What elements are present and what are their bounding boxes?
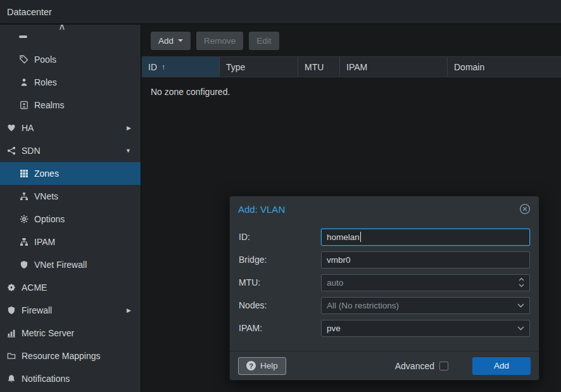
certificate-icon [6,282,16,293]
submit-add-label: Add [494,361,509,370]
sidebar-item-firewall[interactable]: Firewall ▶ [0,299,141,322]
sidebar-item-notifications[interactable]: Notifications [0,367,141,390]
field-row-nodes: Nodes: All (No restrictions) [239,294,530,317]
zones-toolbar: Add Remove Edit [142,25,561,56]
sidebar-item-zones[interactable]: Zones [0,162,141,185]
remove-button-label: Remove [204,36,236,46]
sidebar-item-metric-server[interactable]: Metric Server [0,322,141,345]
gear-icon [19,214,29,224]
dialog-footer: ? Help Advanced Add [230,351,539,380]
shield-icon [6,305,16,315]
sidebar-item-label: Options [34,214,65,224]
id-input[interactable]: homelan [321,229,530,246]
column-header-ipam[interactable]: IPAM [340,57,448,77]
help-button[interactable]: ? Help [238,357,286,375]
bridge-input[interactable]: vmbr0 [321,251,530,269]
sidebar-item-ha[interactable]: HA ▶ [0,117,141,139]
sidebar: ∧ Pools Roles Realms HA ▶ SDN ▼ [0,25,141,392]
spin-up-icon [519,277,524,281]
submit-add-button[interactable]: Add [472,357,531,375]
empty-table-message: No zone configured. [142,77,561,97]
column-header-domain[interactable]: Domain [448,57,561,77]
dropdown-caret-icon [178,39,183,42]
zones-table-header: ID ↑ Type MTU IPAM Domain [142,56,561,77]
field-row-id: ID: homelan [239,225,530,248]
folder-icon [6,351,16,361]
network-nodes-icon [6,146,16,156]
dialog-header[interactable]: Add: VLAN [230,196,539,222]
mtu-value: auto [327,278,343,288]
field-row-ipam: IPAM: pve [239,317,530,339]
help-button-label: Help [260,361,278,370]
bar-chart-icon [6,328,16,338]
sidebar-item-label: Pools [34,54,56,65]
sidebar-item-label: Metric Server [22,328,74,338]
sidebar-item-label: IPAM [34,237,55,247]
ipam-value: pve [327,324,341,333]
add-button-label: Add [158,36,173,46]
sort-ascending-icon: ↑ [161,63,165,72]
question-circle-icon: ? [246,361,256,370]
dialog-title: Add: VLAN [238,204,285,215]
spinner-arrows[interactable] [519,277,524,288]
sidebar-item-partial[interactable]: ∧ [0,25,141,48]
add-vlan-dialog: Add: VLAN ID: homelan Bridge: vmbr0 MTU:… [229,196,539,381]
caret-right-icon[interactable]: ▶ [127,307,131,313]
advanced-label: Advanced [395,361,434,371]
page-title: Datacenter [7,7,52,17]
add-button[interactable]: Add [151,32,191,50]
user-icon [19,77,29,87]
heartbeat-icon [6,123,16,133]
field-row-bridge: Bridge: vmbr0 [239,248,530,271]
text-cursor [360,232,361,242]
sidebar-item-realms[interactable]: Realms [0,94,141,117]
sidebar-item-vnets[interactable]: VNets [0,185,141,208]
sidebar-item-roles[interactable]: Roles [0,71,141,94]
column-header-id[interactable]: ID ↑ [142,57,220,77]
mtu-spinner[interactable]: auto [321,274,530,291]
sidebar-item-sdn[interactable]: SDN ▼ [0,139,141,162]
close-icon[interactable] [519,203,531,215]
caret-up-icon: ∧ [58,25,66,32]
advanced-checkbox[interactable] [439,362,448,370]
sidebar-item-label: SDN [22,146,41,156]
bridge-label: Bridge: [239,255,321,265]
nodes-label: Nodes: [239,300,321,310]
spin-down-icon [519,284,524,288]
sidebar-item-label: VNets [34,191,58,201]
sidebar-item-label: VNet Firewall [34,260,87,270]
sidebar-item-resource-mappings[interactable]: Resource Mappings [0,345,141,367]
mtu-label: MTU: [239,277,321,288]
caret-down-icon[interactable]: ▼ [125,148,131,154]
sidebar-item-label: Realms [34,100,64,110]
partial-icon [19,35,27,38]
nodes-value: All (No restrictions) [327,301,399,310]
column-header-mtu[interactable]: MTU [298,57,340,77]
top-bar: Datacenter [0,0,561,24]
column-header-type[interactable]: Type [220,57,298,77]
sidebar-item-label: ACME [22,282,47,293]
shield-icon [19,260,29,270]
grid-icon [19,168,29,179]
sidebar-item-label: Firewall [22,305,52,315]
caret-right-icon[interactable]: ▶ [127,125,131,131]
id-value: homelan [327,232,360,242]
ipam-label: IPAM: [239,323,321,333]
sidebar-item-pools[interactable]: Pools [0,48,141,71]
sitemap-icon [19,191,29,201]
remove-button[interactable]: Remove [196,32,243,50]
sidebar-item-options[interactable]: Options [0,208,141,231]
network-wired-icon [19,237,29,247]
chevron-down-icon [517,326,524,331]
ipam-select[interactable]: pve [321,320,530,337]
bell-icon [6,374,16,384]
sidebar-item-label: Notifications [22,374,70,384]
sidebar-item-vnet-firewall[interactable]: VNet Firewall [0,253,141,276]
sidebar-item-ipam[interactable]: IPAM [0,231,141,253]
field-row-mtu: MTU: auto [239,271,530,294]
nodes-select[interactable]: All (No restrictions) [321,297,530,314]
edit-button[interactable]: Edit [249,32,279,50]
sidebar-item-label: HA [22,123,34,133]
sidebar-item-acme[interactable]: ACME [0,276,141,299]
id-label: ID: [239,232,321,242]
